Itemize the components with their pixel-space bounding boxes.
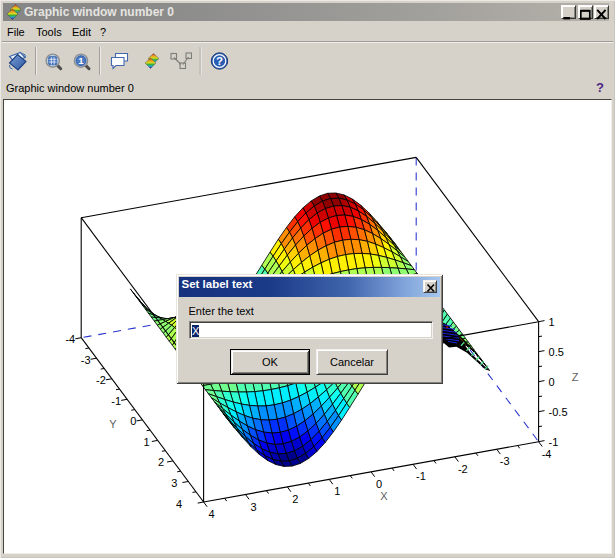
svg-text:?: ? — [216, 55, 223, 67]
svg-text:1: 1 — [78, 55, 84, 66]
